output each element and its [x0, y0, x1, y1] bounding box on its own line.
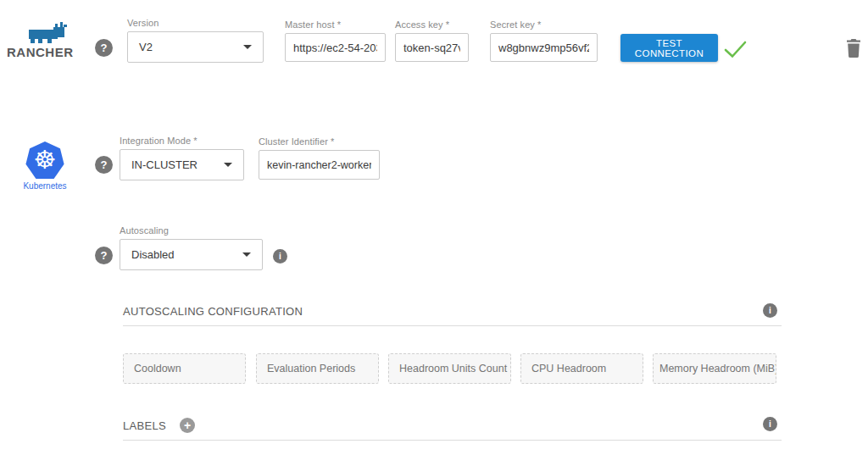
memory-headroom-input[interactable] [653, 353, 776, 384]
autoscaling-field: Autoscaling Disabled [120, 225, 263, 270]
kubernetes-helm-icon: ☸ [25, 141, 64, 179]
integration-settings-page: RANCHER ? Version V2 Master host * Acces… [0, 0, 868, 466]
cluster-identifier-label: Cluster Identifier * [259, 136, 380, 147]
integration-mode-label: Integration Mode * [120, 136, 244, 146]
delete-trash-icon[interactable] [846, 39, 861, 58]
version-field: Version V2 [127, 18, 264, 63]
add-label-button[interactable]: + [180, 418, 195, 433]
autoscaling-label: Autoscaling [120, 225, 263, 236]
master-host-field: Master host * [285, 19, 386, 62]
autoscaling-value: Disabled [131, 248, 175, 261]
version-dropdown[interactable]: V2 [127, 31, 264, 63]
info-icon[interactable]: i [763, 417, 777, 431]
version-label: Version [127, 18, 264, 28]
rancher-logo: RANCHER [7, 21, 73, 59]
help-icon[interactable]: ? [95, 247, 113, 264]
test-connection-button[interactable]: TEST CONNECTION [620, 34, 718, 62]
cluster-identifier-field: Cluster Identifier * [259, 136, 380, 180]
info-icon[interactable]: i [273, 249, 287, 264]
cluster-identifier-input[interactable] [259, 150, 380, 180]
labels-heading: LABELS [123, 419, 166, 432]
evaluation-periods-input[interactable] [256, 353, 379, 384]
access-key-field: Access key * [395, 19, 469, 62]
cooldown-input[interactable] [123, 353, 246, 384]
version-value: V2 [139, 41, 153, 53]
master-host-input[interactable] [285, 33, 386, 62]
access-key-input[interactable] [395, 33, 469, 62]
rancher-logo-text: RANCHER [7, 45, 73, 59]
kubernetes-logo: ☸ Kubernetes [22, 141, 68, 191]
chevron-down-icon [242, 252, 251, 257]
autoscaling-configuration-heading: AUTOSCALING CONFIGURATION [123, 305, 303, 318]
chevron-down-icon [224, 163, 232, 167]
integration-mode-field: Integration Mode * IN-CLUSTER [120, 136, 244, 180]
secret-key-label: Secret key * [490, 19, 598, 30]
chevron-down-icon [243, 45, 252, 49]
info-icon[interactable]: i [763, 303, 777, 318]
section-divider [123, 440, 782, 441]
integration-mode-dropdown[interactable]: IN-CLUSTER [120, 149, 244, 180]
secret-key-field: Secret key * [490, 19, 598, 62]
access-key-label: Access key * [395, 19, 469, 30]
secret-key-input[interactable] [490, 33, 598, 62]
connection-success-check-icon [724, 40, 747, 59]
help-icon[interactable]: ? [95, 39, 113, 57]
kubernetes-logo-text: Kubernetes [22, 181, 68, 191]
autoscaling-dropdown[interactable]: Disabled [120, 239, 263, 270]
rancher-bull-icon [27, 21, 68, 44]
help-icon[interactable]: ? [95, 156, 113, 174]
section-divider [123, 325, 782, 326]
master-host-label: Master host * [285, 19, 386, 30]
cpu-headroom-input[interactable] [520, 353, 643, 384]
integration-mode-value: IN-CLUSTER [131, 158, 198, 171]
headroom-units-count-input[interactable] [388, 353, 511, 384]
